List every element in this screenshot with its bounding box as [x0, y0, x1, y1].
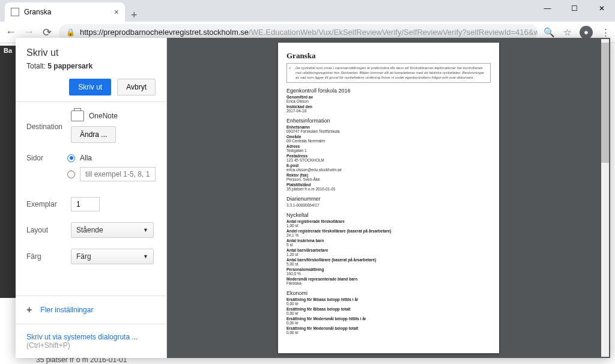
chevron-down-icon: ▼	[143, 227, 148, 233]
window-minimize[interactable]: —	[534, 0, 561, 17]
browser-menu-icon[interactable]: ⋮	[601, 27, 610, 38]
scrollbar-thumb[interactable]	[601, 43, 609, 163]
window-close[interactable]: ✕	[588, 0, 615, 17]
print-dialog: Skriv ut Totalt: 5 pappersark Skriv ut A…	[16, 38, 610, 358]
section-nyckeltal: Nyckeltal	[286, 212, 491, 218]
pages-label: Sidor	[26, 154, 67, 162]
browser-tab[interactable]: Granska ×	[5, 2, 125, 22]
color-label: Färg	[26, 252, 71, 261]
print-preview-area: Granska De nyckeltal som visas i sammans…	[167, 38, 610, 358]
layout-label: Layout	[26, 226, 71, 234]
section-egenkontroll: Egenkontroll förskola 2016	[286, 88, 491, 94]
cancel-button[interactable]: Avbryt	[117, 79, 156, 96]
destination-value: OneNote	[89, 112, 118, 120]
section-enhet: Enhetsinformation	[286, 118, 491, 124]
pages-all-label: Alla	[80, 154, 92, 162]
back-button[interactable]: ←	[5, 26, 17, 38]
pages-all-radio[interactable]	[67, 154, 75, 162]
plus-icon: +	[26, 305, 32, 315]
window-maximize[interactable]: ☐	[561, 0, 588, 17]
system-dialog-link[interactable]: Skriv ut via systemets dialogruta ... (C…	[16, 324, 166, 358]
tab-title: Granska	[24, 8, 51, 16]
profile-avatar[interactable]: ●	[580, 26, 593, 39]
print-button[interactable]: Skriv ut	[69, 79, 111, 96]
pages-custom-radio[interactable]	[67, 171, 75, 178]
tab-close-icon[interactable]: ×	[114, 7, 119, 17]
search-icon[interactable]: 🔍	[544, 27, 555, 38]
preview-scrollbar[interactable]	[601, 39, 609, 357]
tab-bar: Granska × +	[0, 0, 615, 22]
copies-label: Exemplar	[26, 200, 71, 208]
url-text: https://preprodbarnochelevregistret.stoc…	[80, 28, 538, 37]
chevron-down-icon: ▼	[143, 253, 148, 259]
destination-label: Destination	[26, 123, 71, 131]
printer-icon	[71, 111, 84, 121]
lock-icon: 🔒	[66, 28, 75, 37]
print-settings-panel: Skriv ut Totalt: 5 pappersark Skriv ut A…	[16, 38, 167, 358]
section-diarie: Diarienummer	[286, 196, 491, 202]
page-icon	[11, 8, 19, 16]
print-dialog-title: Skriv ut	[26, 47, 156, 58]
change-destination-button[interactable]: Ändra ...	[71, 126, 116, 143]
bg-logo-text: Ba	[4, 47, 12, 54]
print-total: Totalt: 5 pappersark	[26, 62, 156, 70]
bookmark-star-icon[interactable]: ☆	[563, 27, 571, 38]
color-select[interactable]: Färg▼	[71, 249, 154, 264]
section-ekonomi: Ekonomi	[286, 290, 491, 296]
forward-button[interactable]: →	[23, 26, 35, 38]
copies-input[interactable]	[71, 197, 100, 211]
layout-select[interactable]: Stående▼	[71, 222, 154, 238]
preview-page: Granska De nyckeltal som visas i sammans…	[278, 43, 499, 353]
preview-heading: Granska	[286, 51, 491, 61]
more-settings-toggle[interactable]: + Fler inställningar	[16, 296, 166, 324]
pages-custom-input[interactable]	[80, 167, 156, 181]
reload-button[interactable]: ⟳	[41, 26, 53, 39]
new-tab-button[interactable]: +	[125, 9, 144, 22]
preview-infobox: De nyckeltal som visas i sammanställning…	[286, 63, 491, 83]
